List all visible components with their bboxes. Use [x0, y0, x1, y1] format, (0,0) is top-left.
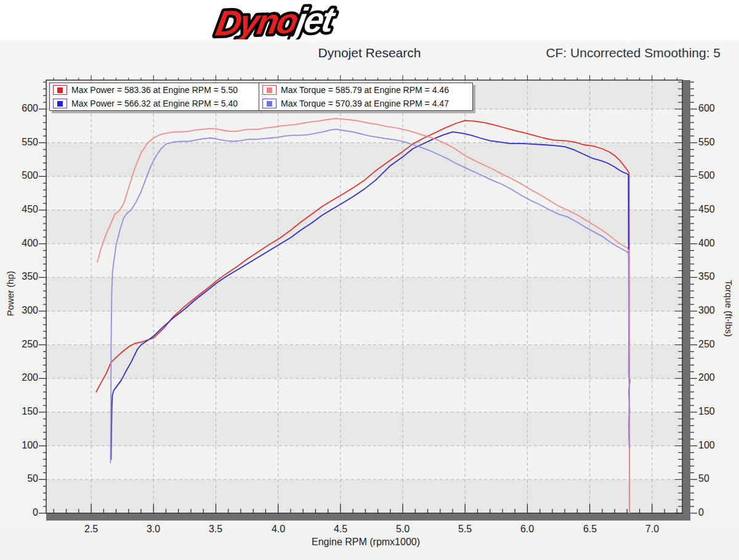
power-run1-swatch-icon: [53, 85, 67, 95]
y-left-tick-label: 0: [0, 507, 38, 518]
y-left-tick-label: 200: [0, 372, 38, 383]
legend-entry-torque-run2: Max Torque = 570.39 at Engine RPM = 4.47: [259, 97, 472, 110]
legend-entry-power-run2: Max Power = 566.32 at Engine RPM = 5.40: [50, 97, 259, 110]
y-left-tick-label: 100: [0, 440, 38, 451]
y-right-tick-label: 0: [698, 507, 735, 518]
chart-header: Dynojet Research CF: Uncorrected Smoothi…: [0, 46, 739, 64]
x-tick-label: 2.5: [76, 524, 107, 535]
y-right-tick-label: 400: [698, 238, 735, 249]
y-left-tick-label: 50: [0, 473, 38, 484]
y-left-tick-label: 600: [0, 103, 38, 114]
y-left-tick-label: 500: [0, 170, 38, 181]
x-tick-label: 5.5: [450, 524, 480, 535]
legend-torque-box: Max Torque = 585.79 at Engine RPM = 4.46…: [259, 83, 473, 111]
legend-entry-torque-run1: Max Torque = 585.79 at Engine RPM = 4.46: [259, 83, 472, 97]
y-right-tick-label: 300: [698, 305, 735, 316]
y-left-tick-label: 400: [0, 238, 38, 249]
dynojet-logo-svg: Dynojet: [203, 0, 536, 39]
y-left-tick-label: 150: [0, 406, 38, 417]
legend-label: Max Power = 566.32 at Engine RPM = 5.40: [71, 99, 238, 108]
torque-run2-swatch-icon: [262, 99, 277, 108]
y-right-tick-label: 550: [698, 137, 735, 148]
x-tick-label: 3.5: [200, 524, 231, 535]
torque-run1-swatch-icon: [262, 85, 277, 95]
y-right-tick-label: 150: [698, 406, 735, 417]
legend-label: Max Power = 583.36 at Engine RPM = 5.50: [71, 85, 238, 95]
y-left-tick-label: 350: [0, 271, 38, 282]
x-tick-label: 3.0: [138, 524, 169, 535]
x-tick-label: 7.0: [637, 524, 668, 535]
y-axis-title-power: Power (hp): [5, 245, 15, 343]
x-axis-title: Engine RPM (rpmx1000): [243, 537, 489, 548]
y-right-tick-label: 250: [698, 339, 735, 350]
x-tick-label: 6.0: [512, 524, 543, 535]
x-tick-label: 5.0: [387, 524, 418, 535]
y-right-tick-label: 500: [698, 170, 735, 181]
x-tick-label: 6.5: [575, 524, 605, 535]
y-right-tick-label: 350: [698, 271, 735, 282]
x-tick-label: 4.5: [325, 524, 356, 535]
legend-power-box: Max Power = 583.36 at Engine RPM = 5.50 …: [49, 83, 259, 111]
correction-smoothing-label: CF: Uncorrected Smoothing: 5: [546, 46, 721, 60]
y-right-tick-label: 200: [698, 372, 735, 383]
y-right-tick-label: 450: [698, 204, 735, 215]
y-right-tick-label: 600: [698, 103, 735, 114]
legend-label: Max Torque = 570.39 at Engine RPM = 4.47: [281, 99, 449, 108]
legend-entry-power-run1: Max Power = 583.36 at Engine RPM = 5.50: [50, 83, 259, 97]
dynojet-logo-text: Dynojet: [213, 0, 339, 39]
y-left-tick-label: 550: [0, 137, 38, 148]
dynojet-logo: Dynojet: [0, 0, 739, 39]
y-right-tick-label: 100: [698, 440, 735, 451]
x-tick-label: 4.0: [263, 524, 294, 535]
y-left-tick-label: 250: [0, 339, 38, 350]
power-run2-swatch-icon: [53, 99, 67, 108]
y-left-tick-label: 450: [0, 204, 38, 215]
legend-label: Max Torque = 585.79 at Engine RPM = 4.46: [281, 85, 449, 95]
y-right-tick-label: 50: [698, 473, 735, 484]
y-left-tick-label: 300: [0, 305, 38, 316]
